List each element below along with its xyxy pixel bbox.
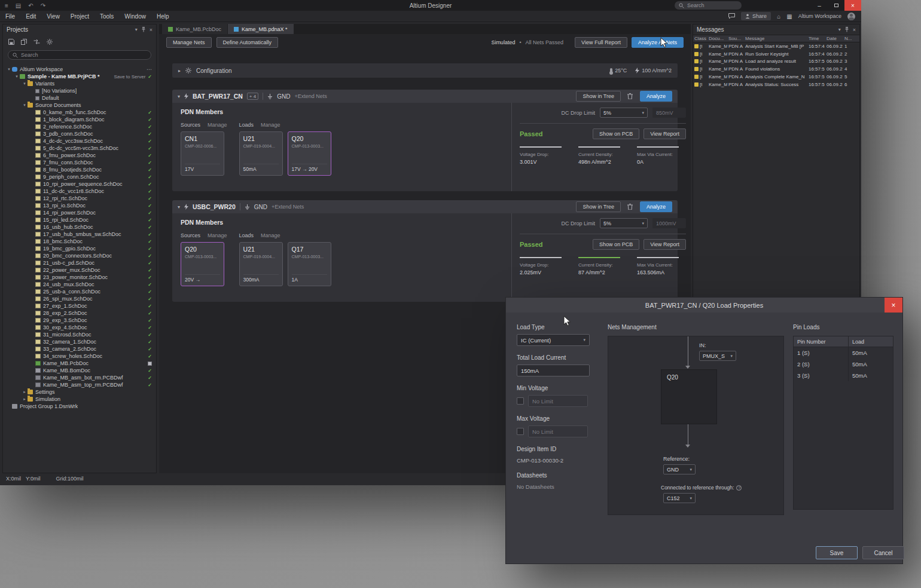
global-search-input[interactable]: Search: [675, 1, 742, 10]
documents-icon[interactable]: [21, 39, 27, 45]
min-voltage-input[interactable]: No Limit: [528, 395, 588, 407]
caret-icon[interactable]: ▾: [14, 74, 20, 79]
chevron-down-icon[interactable]: ▾: [178, 204, 180, 210]
close-button[interactable]: ×: [844, 0, 861, 11]
share-button[interactable]: Share: [741, 12, 771, 20]
delete-net-button[interactable]: [625, 201, 636, 212]
column-header[interactable]: Message: [744, 36, 807, 41]
tree-item[interactable]: 27_exp_1.SchDoc✓: [3, 302, 156, 310]
tree-item[interactable]: 29_exp_3.SchDoc✓: [3, 317, 156, 324]
column-header[interactable]: Date: [825, 36, 843, 41]
column-header[interactable]: Class: [693, 36, 707, 41]
tree-item[interactable]: ▾Sample - Kame MB.PrjPCB *Save to Server…: [3, 73, 156, 80]
min-voltage-checkbox[interactable]: [517, 397, 524, 405]
tree-item[interactable]: 31_microsd.SchDoc✓: [3, 331, 156, 338]
tree-item[interactable]: 25_usb-a_conn.SchDoc✓: [3, 288, 156, 295]
menu-item-project[interactable]: Project: [65, 13, 94, 20]
tab-kame-mb-pcbdoc[interactable]: Kame_MB.PcbDoc: [162, 24, 227, 34]
tree-item[interactable]: ▸Settings: [3, 388, 156, 396]
pdn-member-card[interactable]: Q20CMP-013-0003...17V → 20V: [288, 131, 331, 176]
show-in-tree-button[interactable]: Show in Tree: [576, 201, 621, 212]
pin-icon[interactable]: [844, 27, 849, 32]
tree-item[interactable]: 21_usb-c_pd.SchDoc✓: [3, 259, 156, 267]
analyze-button[interactable]: Analyze: [640, 91, 672, 102]
save-to-server-link[interactable]: Save to Server: [114, 74, 145, 79]
total-load-current-input[interactable]: 150mA: [517, 365, 590, 376]
manage-nets-button[interactable]: Manage Nets: [166, 37, 212, 48]
tree-item[interactable]: 14_rpi_power.SchDoc✓: [3, 209, 156, 216]
view-full-report-button[interactable]: View Full Report: [575, 37, 627, 48]
delete-net-button[interactable]: [625, 91, 636, 102]
column-header[interactable]: Time: [807, 36, 825, 41]
pdn-member-card[interactable]: CN1CMP-002-0006...17V: [181, 131, 224, 176]
workspace-label[interactable]: Altium Workspace: [798, 13, 841, 19]
menu-item-help[interactable]: Help: [151, 13, 175, 20]
tree-item[interactable]: 9_periph_conn.SchDoc✓: [3, 173, 156, 180]
column-header[interactable]: N...: [843, 36, 852, 41]
pdn-member-card[interactable]: U21CMP-019-0004...50mA: [239, 131, 283, 176]
tree-item[interactable]: 8_fmu_bootjeds.SchDoc✓: [3, 166, 156, 173]
pin-number-column[interactable]: Pin Number: [794, 336, 849, 347]
tree-item[interactable]: 34_screw_holes.SchDoc✓: [3, 353, 156, 360]
undo-icon[interactable]: ↶: [28, 2, 33, 9]
chevron-down-icon[interactable]: ▾: [178, 94, 180, 99]
compare-icon[interactable]: [33, 39, 40, 45]
max-voltage-input[interactable]: No Limit: [528, 425, 588, 437]
show-on-pcb-button[interactable]: Show on PCB: [593, 128, 639, 139]
message-row[interactable]: [IKame_MIPDN ARun Solver Keysight16:57:4…: [693, 50, 859, 58]
extend-nets-link[interactable]: +Extend Nets: [294, 93, 327, 99]
analyze-all-nets-button[interactable]: Analyze All Nets: [632, 37, 684, 48]
maximize-button[interactable]: [828, 0, 844, 11]
tree-item[interactable]: 23_power_monitor.SchDoc✓: [3, 274, 156, 281]
grid-icon[interactable]: ▦: [786, 13, 792, 20]
in-net-select[interactable]: PMUX_S▾: [699, 351, 736, 361]
tree-item[interactable]: Kame_MB.BomDoc✓: [3, 367, 156, 374]
tree-item[interactable]: 17_usb_hub_smbus_sw.SchDoc✓: [3, 231, 156, 238]
show-in-tree-button[interactable]: Show in Tree: [576, 91, 621, 102]
layout-icon[interactable]: ▤: [16, 2, 21, 9]
tree-item[interactable]: 22_power_mux.SchDoc✓: [3, 267, 156, 274]
tree-item[interactable]: 7_fmu_conn.SchDoc✓: [3, 159, 156, 166]
pin-icon[interactable]: [141, 27, 146, 32]
column-header[interactable]: Sou...: [727, 36, 744, 41]
pdn-member-card[interactable]: Q17CMP-013-0003...1A: [288, 242, 331, 286]
view-report-button[interactable]: View Report: [644, 239, 686, 250]
redo-icon[interactable]: ↷: [41, 2, 45, 9]
save-button[interactable]: Save: [816, 546, 858, 559]
tree-item[interactable]: 4_dc-dc_vcc3sw.SchDoc✓: [3, 137, 156, 145]
analyze-button[interactable]: Analyze: [640, 201, 672, 212]
dc-drop-limit-select[interactable]: 5%▾: [600, 218, 648, 228]
tree-item[interactable]: 6_fmu_power.SchDoc✓: [3, 152, 156, 159]
tree-item[interactable]: ▾Variants: [3, 80, 156, 87]
show-on-pcb-button[interactable]: Show on PCB: [593, 239, 639, 250]
menu-item-edit[interactable]: Edit: [20, 13, 41, 20]
tree-item[interactable]: 0_kame_mb_func.SchDoc✓: [3, 109, 156, 116]
tree-item[interactable]: 19_bmc_gpio.SchDoc✓: [3, 245, 156, 252]
view-report-button[interactable]: View Report: [644, 128, 686, 139]
dialog-close-button[interactable]: ×: [885, 298, 902, 313]
tree-item[interactable]: 24_usb_mux.SchDoc✓: [3, 281, 156, 288]
extend-nets-link[interactable]: +Extend Nets: [272, 204, 304, 210]
section-header[interactable]: ▾ BAT_PWR17_CN + 4 GND +Extend Nets Show…: [172, 90, 678, 103]
tree-item[interactable]: 18_bmc.SchDoc✓: [3, 238, 156, 245]
gear-icon[interactable]: [47, 39, 53, 45]
tree-item[interactable]: 3_pdb_conn.SchDoc✓: [3, 130, 156, 137]
tree-item[interactable]: ▾Altium Workspace⋯: [3, 66, 156, 73]
tab-kame-mb-pdnax[interactable]: Kame_MB.pdnaX *: [228, 24, 294, 34]
manage-link[interactable]: Manage: [261, 232, 280, 238]
tree-item[interactable]: 32_camera_1.SchDoc✓: [3, 338, 156, 345]
menu-item-tools[interactable]: Tools: [94, 13, 119, 20]
max-voltage-checkbox[interactable]: [517, 428, 524, 435]
tree-item[interactable]: Kame_MB_asm_top_rm.PCBDwf✓: [3, 381, 156, 388]
section-header[interactable]: ▾ USBC_PWR20 GND +Extend Nets Show in Tr…: [172, 200, 678, 213]
menu-item-view[interactable]: View: [41, 13, 65, 20]
caret-icon[interactable]: ▾: [6, 67, 12, 72]
component-box[interactable]: Q20: [661, 369, 717, 424]
tree-item[interactable]: 11_dc-dc_vcc1r8.SchDoc✓: [3, 188, 156, 195]
minimize-button[interactable]: –: [811, 0, 828, 11]
message-row[interactable]: [IKame_MIPDN AAnalysis Start Kame_MB [P1…: [693, 42, 859, 50]
connected-through-select[interactable]: C152▾: [663, 493, 696, 503]
tree-item[interactable]: 15_rpi_led.SchDoc✓: [3, 216, 156, 223]
define-automatically-button[interactable]: Define Automatically: [216, 37, 279, 48]
panel-menu-icon[interactable]: ▾: [838, 27, 841, 32]
